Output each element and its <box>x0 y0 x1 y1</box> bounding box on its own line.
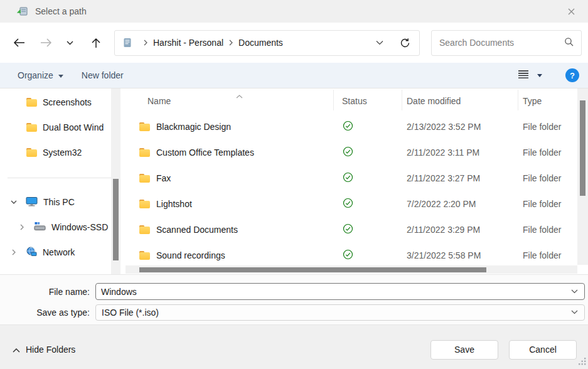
back-button[interactable] <box>11 35 26 50</box>
sidebar-item-system32[interactable]: System32 <box>0 140 126 165</box>
file-name-input[interactable] <box>96 287 565 297</box>
column-header-status[interactable]: Status <box>334 90 402 110</box>
chevron-down-icon <box>58 75 63 78</box>
chevron-expanded-icon[interactable] <box>10 200 18 204</box>
file-row[interactable]: Custom Office Templates 2/11/2022 3:11 P… <box>126 139 588 165</box>
resize-grip[interactable] <box>578 357 586 367</box>
organize-label: Organize <box>18 70 53 80</box>
sidebar-item-windows-ssd[interactable]: Windows-SSD <box>0 215 126 240</box>
folder-icon <box>139 122 150 131</box>
sidebar-item-label: System32 <box>43 147 82 158</box>
hide-folders-label: Hide Folders <box>26 345 75 355</box>
search-box[interactable] <box>431 30 582 56</box>
sidebar-item-label: Dual Boot Wind <box>43 122 104 132</box>
new-folder-button[interactable]: New folder <box>82 70 124 80</box>
sync-status-icon <box>343 249 353 262</box>
sidebar-item-label: Screenshots <box>43 97 92 107</box>
hide-folders-button[interactable]: Hide Folders <box>13 345 75 355</box>
save-button[interactable]: Save <box>430 340 498 360</box>
sidebar-item-screenshots[interactable]: Screenshots <box>0 90 126 115</box>
file-row[interactable]: Sound recordings 3/21/2022 5:58 PM File … <box>126 242 588 268</box>
new-folder-label: New folder <box>82 70 124 80</box>
breadcrumb-chevron-icon <box>229 40 233 46</box>
file-type: File folder <box>518 250 577 260</box>
date-modified: 2/11/2022 3:11 PM <box>402 147 518 158</box>
date-modified: 2/11/2022 3:27 PM <box>402 173 518 183</box>
sync-status-icon <box>343 172 353 184</box>
chevron-collapsed-icon[interactable] <box>10 249 18 255</box>
file-type: File folder <box>518 173 577 183</box>
refresh-icon[interactable] <box>400 38 410 48</box>
this-pc-icon <box>26 196 38 208</box>
forward-button[interactable] <box>38 35 53 50</box>
cancel-button[interactable]: Cancel <box>509 340 577 360</box>
file-list: Name Status Date modified Type Blackmagi… <box>126 88 588 274</box>
drive-icon <box>34 222 46 233</box>
main-area: Screenshots Dual Boot Wind System32 <box>0 88 588 274</box>
chevron-collapsed-icon[interactable] <box>18 224 26 230</box>
sync-status-icon <box>343 120 353 133</box>
save-as-type-value: ISO File (*.iso) <box>96 308 565 318</box>
breadcrumb-item-current[interactable]: Documents <box>238 38 283 48</box>
navigation-bar: Harshit - Personal Documents <box>0 23 588 63</box>
file-name: Scanned Documents <box>156 225 238 235</box>
list-vertical-scrollbar[interactable] <box>577 88 588 265</box>
address-dropdown-icon[interactable] <box>373 40 386 45</box>
save-as-type-dropdown-icon[interactable] <box>565 310 584 314</box>
sidebar-item-network[interactable]: Network <box>0 240 126 265</box>
save-as-type-select[interactable]: ISO File (*.iso) <box>95 304 585 321</box>
sidebar-divider <box>8 178 112 178</box>
file-name: Sound recordings <box>156 250 225 260</box>
file-rows: Blackmagic Design 2/13/2022 3:52 PM File… <box>126 114 588 268</box>
dialog-footer: Hide Folders Save Cancel <box>0 324 588 369</box>
list-vertical-scrollbar-thumb[interactable] <box>580 100 585 196</box>
recent-locations-button[interactable] <box>64 35 75 50</box>
file-row[interactable]: Blackmagic Design 2/13/2022 3:52 PM File… <box>126 114 588 139</box>
file-row[interactable]: Lightshot 7/2/2022 2:20 PM File folder <box>126 191 588 217</box>
address-bar[interactable]: Harshit - Personal Documents <box>114 30 420 56</box>
up-button[interactable] <box>88 35 104 50</box>
view-mode-button[interactable] <box>518 70 542 81</box>
folder-icon <box>139 200 150 208</box>
chevron-up-icon <box>13 345 20 355</box>
sidebar-item-label: This PC <box>43 197 75 207</box>
sidebar-item-label: Network <box>43 247 75 257</box>
folder-icon <box>139 174 150 183</box>
search-icon[interactable] <box>564 37 574 48</box>
organize-button[interactable]: Organize <box>18 70 63 80</box>
close-icon[interactable] <box>564 4 578 18</box>
date-modified: 3/21/2022 5:58 PM <box>402 250 518 260</box>
list-horizontal-scrollbar-thumb[interactable] <box>139 267 486 272</box>
breadcrumb-chevron-icon <box>144 40 147 46</box>
sync-status-icon <box>343 146 353 159</box>
folder-icon <box>26 148 37 157</box>
column-header-name[interactable]: Name <box>126 90 334 110</box>
save-as-dialog: Select a path <box>0 0 588 369</box>
date-modified: 2/11/2022 3:29 PM <box>402 225 518 235</box>
file-row[interactable]: Fax 2/11/2022 3:27 PM File folder <box>126 165 588 191</box>
app-icon <box>17 6 28 17</box>
file-name: Lightshot <box>156 199 192 209</box>
file-row[interactable]: Scanned Documents 2/11/2022 3:29 PM File… <box>126 217 588 242</box>
sync-status-icon <box>343 223 353 236</box>
sidebar-item-this-pc[interactable]: This PC <box>0 190 126 215</box>
sidebar-scrollbar[interactable] <box>111 88 120 274</box>
file-name-dropdown-icon[interactable] <box>565 289 584 294</box>
folder-icon <box>139 148 150 157</box>
search-input[interactable] <box>439 38 564 48</box>
folder-icon <box>139 225 150 234</box>
save-as-type-label: Save as type: <box>0 308 95 318</box>
list-horizontal-scrollbar[interactable] <box>126 265 577 274</box>
column-header-date-modified[interactable]: Date modified <box>402 90 518 110</box>
date-modified: 2/13/2022 3:52 PM <box>402 122 518 132</box>
column-header-type[interactable]: Type <box>518 90 577 110</box>
sidebar-scrollbar-thumb[interactable] <box>113 179 119 260</box>
file-type: File folder <box>518 199 577 209</box>
breadcrumb-item-root[interactable]: Harshit - Personal <box>153 38 223 48</box>
documents-folder-icon <box>122 38 132 48</box>
help-button[interactable]: ? <box>565 68 579 82</box>
file-fields-panel: File name: Save as type: ISO File (*.iso… <box>0 274 588 324</box>
title-bar: Select a path <box>0 0 588 23</box>
sidebar-item-dual-boot[interactable]: Dual Boot Wind <box>0 115 126 140</box>
folder-icon <box>26 123 37 132</box>
